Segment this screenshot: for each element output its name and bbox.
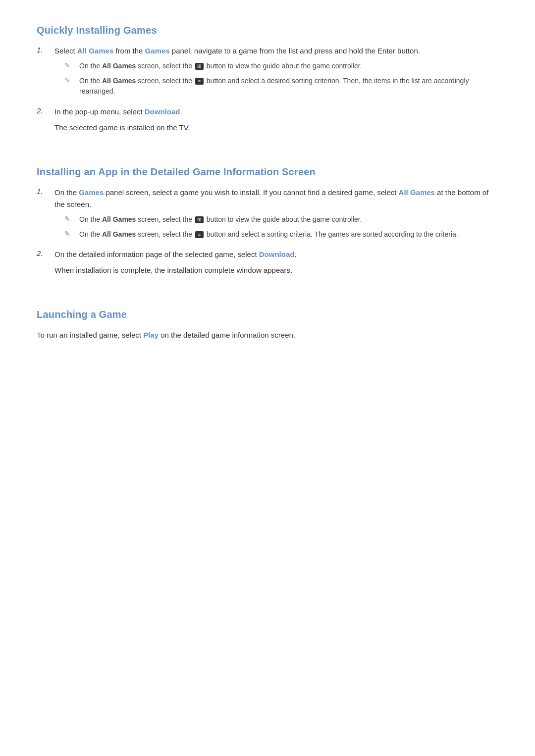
highlight-games: Games — [79, 188, 104, 197]
item-number: 1. — [37, 187, 54, 196]
pencil-icon: ✎ — [64, 76, 75, 84]
item-content: On the detailed information page of the … — [54, 249, 498, 276]
item-content: In the pop-up menu, select Download. The… — [54, 106, 498, 134]
section-launching-game: Launching a Game To run an installed gam… — [37, 309, 498, 341]
sub-note-text: On the All Games screen, select the ⊞ bu… — [79, 214, 362, 225]
highlight-games: Games — [145, 47, 170, 55]
sub-note-item: ✎ On the All Games screen, select the ⊞ … — [64, 214, 498, 225]
gamepad-icon: ⊞ — [195, 216, 204, 223]
list-icon: ≡ — [195, 231, 204, 238]
item-text: Select All Games from the Games panel, n… — [54, 45, 498, 57]
section-quickly-installing: Quickly Installing Games 1. Select All G… — [37, 25, 498, 134]
highlight-play: Play — [143, 331, 159, 339]
list-item: 2. In the pop-up menu, select Download. … — [37, 106, 498, 134]
sub-note-list: ✎ On the All Games screen, select the ⊞ … — [64, 61, 498, 97]
pencil-icon: ✎ — [64, 61, 75, 69]
sub-note-text: On the All Games screen, select the ≡ bu… — [79, 229, 458, 240]
item-text: On the detailed information page of the … — [54, 249, 498, 260]
list-item: 1. On the Games panel screen, select a g… — [37, 187, 498, 244]
highlight-all-games: All Games — [77, 47, 113, 55]
highlight-download: Download — [259, 250, 295, 258]
sub-note-item: ✎ On the All Games screen, select the ⊞ … — [64, 61, 498, 72]
highlight-all-games: All Games — [399, 188, 435, 197]
list-item: 1. Select All Games from the Games panel… — [37, 45, 498, 101]
section-title-launching-game: Launching a Game — [37, 309, 498, 320]
item-text: On the Games panel screen, select a game… — [54, 187, 498, 210]
gamepad-icon: ⊞ — [195, 63, 204, 70]
pencil-icon: ✎ — [64, 215, 75, 223]
sub-note-list: ✎ On the All Games screen, select the ⊞ … — [64, 214, 498, 240]
launching-intro-text: To run an installed game, select Play on… — [37, 329, 498, 341]
sub-note-text: On the All Games screen, select the ⊞ bu… — [79, 61, 362, 72]
sub-note-item: ✎ On the All Games screen, select the ≡ … — [64, 229, 498, 240]
quickly-installing-list: 1. Select All Games from the Games panel… — [37, 45, 498, 134]
sub-note-text: On the All Games screen, select the ≡ bu… — [79, 76, 498, 97]
pencil-icon: ✎ — [64, 230, 75, 238]
item-number: 2. — [37, 106, 54, 115]
list-item: 2. On the detailed information page of t… — [37, 249, 498, 276]
page-content: Quickly Installing Games 1. Select All G… — [37, 25, 498, 341]
highlight-download: Download — [145, 107, 180, 116]
item-number: 2. — [37, 249, 54, 257]
sub-note-item: ✎ On the All Games screen, select the ≡ … — [64, 76, 498, 97]
item-content: Select All Games from the Games panel, n… — [54, 45, 498, 101]
installing-app-list: 1. On the Games panel screen, select a g… — [37, 187, 498, 276]
section-title-quickly-installing: Quickly Installing Games — [37, 25, 498, 36]
list-icon: ≡ — [195, 78, 204, 85]
follow-up-text: The selected game is installed on the TV… — [54, 122, 498, 134]
follow-up-text: When installation is complete, the insta… — [54, 264, 498, 276]
section-installing-app: Installing an App in the Detailed Game I… — [37, 166, 498, 276]
item-content: On the Games panel screen, select a game… — [54, 187, 498, 244]
section-title-installing-app: Installing an App in the Detailed Game I… — [37, 166, 498, 178]
item-text: In the pop-up menu, select Download. — [54, 106, 498, 118]
item-number: 1. — [37, 45, 54, 54]
